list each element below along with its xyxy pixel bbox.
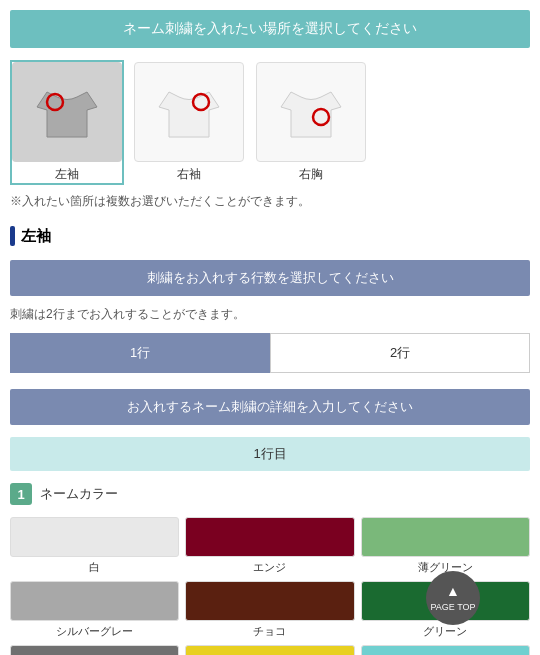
location-title: 左袖	[10, 226, 530, 246]
row1-button[interactable]: 1行	[10, 333, 270, 373]
shirt-option-left-sleeve[interactable]: 左袖	[10, 60, 124, 185]
page-top-button[interactable]: ▲ PAGE TOP	[426, 571, 480, 625]
color-swatch-light-blue	[361, 645, 530, 655]
shirt-option-right-sleeve[interactable]: 右袖	[132, 60, 246, 185]
shirt-svg-left	[27, 72, 107, 152]
color-name-brown: チョコ	[253, 624, 286, 639]
shirt-label-left-sleeve: 左袖	[55, 166, 79, 183]
color-brown[interactable]: チョコ	[185, 581, 354, 639]
color-swatch-gray	[10, 645, 179, 655]
step-1-label: ネームカラー	[40, 485, 118, 503]
shirt-options: 左袖 右袖 右胸	[10, 60, 530, 185]
section-header: ネーム刺繍を入れたい場所を選択してください	[10, 10, 530, 48]
color-silver-gray[interactable]: シルバーグレー	[10, 581, 179, 639]
shirt-icon-left-sleeve	[12, 62, 122, 162]
color-swatch-silver-gray	[10, 581, 179, 621]
location-name: 左袖	[21, 227, 51, 246]
color-name-white: 白	[89, 560, 100, 575]
page-top-label: PAGE TOP	[430, 602, 475, 614]
color-name-silver-gray: シルバーグレー	[56, 624, 133, 639]
step-1-row: 1 ネームカラー	[10, 483, 530, 505]
page-wrapper: ネーム刺繍を入れたい場所を選択してください 左袖	[0, 0, 540, 655]
color-swatch-yellow	[185, 645, 354, 655]
shirt-svg-right-sleeve	[149, 72, 229, 152]
color-light-green[interactable]: 薄グリーン	[361, 517, 530, 575]
shirt-icon-right-chest	[256, 62, 366, 162]
color-red[interactable]: エンジ	[185, 517, 354, 575]
shirt-icon-right-sleeve	[134, 62, 244, 162]
color-name-green: グリーン	[423, 624, 467, 639]
color-swatch-brown	[185, 581, 354, 621]
row-selector: 1行 2行	[10, 333, 530, 373]
location-bar-icon	[10, 226, 15, 246]
color-swatch-white	[10, 517, 179, 557]
shirt-svg-right-chest	[271, 72, 351, 152]
detail-header: お入れするネーム刺繍の詳細を入力してください	[10, 389, 530, 425]
shirt-option-right-chest[interactable]: 右胸	[254, 60, 368, 185]
page-top-arrow-icon: ▲	[446, 582, 460, 600]
color-name-red: エンジ	[253, 560, 286, 575]
color-yellow[interactable]: イエロー	[185, 645, 354, 655]
row2-button[interactable]: 2行	[270, 333, 530, 373]
color-swatch-light-green	[361, 517, 530, 557]
rows-note: 刺繍は2行までお入れすることができます。	[10, 306, 530, 323]
color-swatch-red	[185, 517, 354, 557]
color-white[interactable]: 白	[10, 517, 179, 575]
color-gray[interactable]: グレー	[10, 645, 179, 655]
selection-note: ※入れたい箇所は複数お選びいただくことができます。	[10, 193, 530, 210]
rows-header: 刺繍をお入れする行数を選択してください	[10, 260, 530, 296]
shirt-label-right-sleeve: 右袖	[177, 166, 201, 183]
shirt-label-right-chest: 右胸	[299, 166, 323, 183]
color-light-blue[interactable]: 水色	[361, 645, 530, 655]
row-section-1-header: 1行目	[10, 437, 530, 471]
step-1-num: 1	[10, 483, 32, 505]
